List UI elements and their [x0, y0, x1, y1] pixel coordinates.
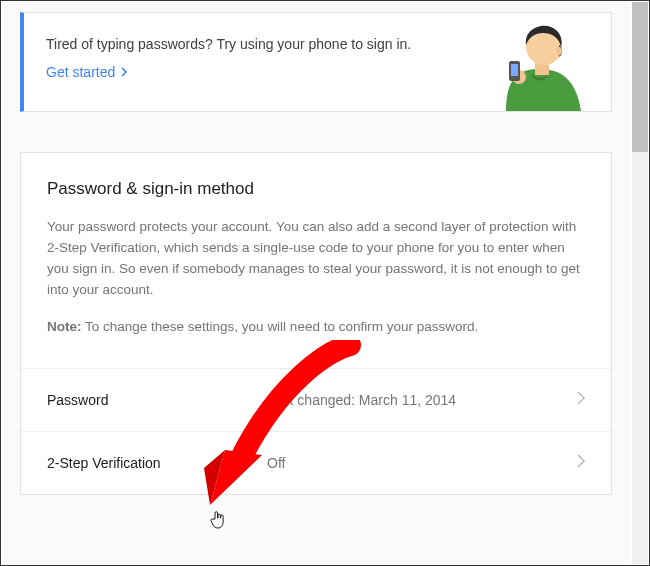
- content-area: Tired of typing passwords? Try using you…: [2, 2, 630, 564]
- svg-point-2: [556, 47, 562, 55]
- note-text: To change these settings, you will need …: [82, 319, 479, 334]
- password-row-label: Password: [47, 392, 267, 408]
- password-row[interactable]: Password Last changed: March 11, 2014: [21, 368, 611, 431]
- phone-signin-promo-card: Tired of typing passwords? Try using you…: [20, 12, 612, 112]
- two-step-row-label: 2-Step Verification: [47, 455, 267, 471]
- two-step-verification-row[interactable]: 2-Step Verification Off: [21, 431, 611, 494]
- chevron-right-icon: [577, 391, 585, 409]
- chevron-right-icon: [577, 454, 585, 472]
- password-signin-section: Password & sign-in method Your password …: [20, 152, 612, 495]
- promo-message: Tired of typing passwords? Try using you…: [46, 35, 431, 55]
- person-with-phone-illustration: [461, 12, 611, 111]
- get-started-link[interactable]: Get started: [46, 63, 129, 83]
- section-title: Password & sign-in method: [47, 179, 585, 199]
- section-note: Note: To change these settings, you will…: [47, 317, 585, 338]
- two-step-row-value: Off: [267, 455, 577, 471]
- get-started-label: Get started: [46, 63, 115, 83]
- svg-rect-5: [511, 64, 518, 76]
- password-row-value: Last changed: March 11, 2014: [267, 392, 577, 408]
- scrollbar-thumb[interactable]: [632, 2, 648, 152]
- section-description: Your password protects your account. You…: [47, 217, 585, 301]
- chevron-right-icon: [121, 63, 129, 83]
- note-label: Note:: [47, 319, 82, 334]
